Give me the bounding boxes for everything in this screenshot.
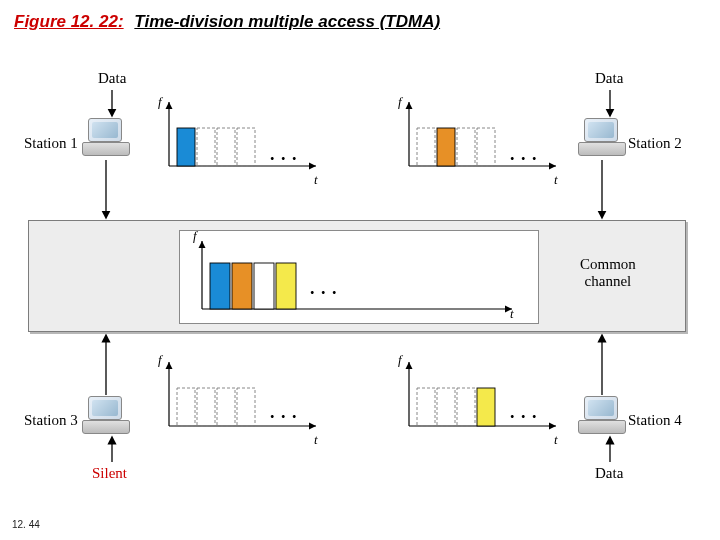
station4-laptop-icon	[578, 396, 626, 434]
station4-data-label: Data	[595, 465, 623, 482]
station3-laptop-icon	[82, 396, 130, 434]
station3-timeslot-chart	[155, 360, 330, 440]
station3-x-axis-label: t	[314, 432, 318, 448]
svg-rect-22	[210, 263, 230, 309]
station4-timeslot-chart	[395, 360, 570, 440]
svg-rect-29	[197, 388, 215, 426]
common-channel-chart	[182, 237, 532, 321]
svg-rect-36	[457, 388, 475, 426]
svg-rect-31	[237, 388, 255, 426]
common-channel-inner-box	[179, 230, 539, 324]
common-ellipsis: . . .	[310, 278, 338, 299]
svg-rect-34	[417, 388, 435, 426]
station3-data-label: Silent	[92, 465, 127, 482]
common-channel-label-line1: Common	[580, 256, 636, 272]
svg-rect-25	[276, 263, 296, 309]
station3-y-axis-label: f	[158, 352, 162, 368]
common-x-axis-label: t	[510, 306, 514, 322]
station4-x-axis-label: t	[554, 432, 558, 448]
svg-rect-24	[254, 263, 274, 309]
svg-rect-30	[217, 388, 235, 426]
station3-ellipsis: . . .	[270, 402, 298, 423]
station4-label: Station 4	[628, 412, 682, 429]
svg-rect-35	[437, 388, 455, 426]
common-channel-label-line2: channel	[585, 273, 632, 289]
common-y-axis-label: f	[193, 228, 197, 244]
svg-rect-37	[477, 388, 495, 426]
svg-rect-28	[177, 388, 195, 426]
common-channel-label: Common channel	[580, 256, 636, 289]
station3-label: Station 3	[24, 412, 78, 429]
station4-y-axis-label: f	[398, 352, 402, 368]
station4-ellipsis: . . .	[510, 402, 538, 423]
svg-rect-23	[232, 263, 252, 309]
